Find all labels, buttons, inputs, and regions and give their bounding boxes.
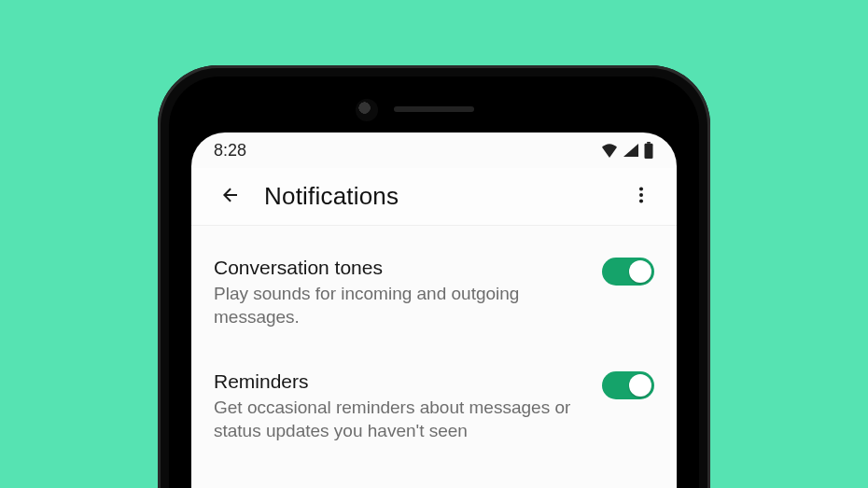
- settings-list: Conversation tones Play sounds for incom…: [191, 226, 677, 461]
- arrow-back-icon: [219, 184, 242, 210]
- setting-conversation-tones[interactable]: Conversation tones Play sounds for incom…: [191, 233, 677, 347]
- svg-rect-0: [647, 142, 651, 144]
- svg-point-4: [639, 199, 643, 202]
- status-time: 8:28: [214, 141, 246, 160]
- battery-icon: [643, 142, 654, 159]
- front-camera: [356, 99, 378, 121]
- app-bar: Notifications: [191, 168, 677, 226]
- more-vert-icon: [631, 185, 651, 209]
- svg-point-3: [639, 192, 643, 196]
- setting-title: Reminders: [214, 369, 587, 394]
- cellular-icon: [623, 143, 639, 158]
- setting-subtitle: Get occasional reminders about messages …: [214, 396, 587, 442]
- switch-thumb: [629, 260, 651, 283]
- setting-reminders[interactable]: Reminders Get occasional reminders about…: [191, 347, 677, 461]
- screen: 8:28: [191, 132, 677, 488]
- phone-frame: 8:28: [158, 65, 710, 488]
- phone-bezel: 8:28: [169, 77, 699, 488]
- setting-text: Reminders Get occasional reminders about…: [214, 369, 587, 442]
- setting-subtitle: Play sounds for incoming and outgoing me…: [214, 282, 587, 328]
- toggle-conversation-tones[interactable]: [602, 258, 654, 286]
- page-title: Notifications: [264, 182, 624, 211]
- setting-text: Conversation tones Play sounds for incom…: [214, 256, 587, 328]
- status-bar: 8:28: [191, 132, 677, 168]
- svg-point-2: [639, 187, 643, 190]
- earpiece: [394, 106, 474, 112]
- svg-rect-1: [645, 144, 653, 159]
- overflow-menu-button[interactable]: [624, 180, 658, 214]
- status-icons: [600, 142, 654, 159]
- back-button[interactable]: [214, 180, 247, 214]
- switch-thumb: [629, 374, 651, 397]
- setting-title: Conversation tones: [214, 256, 587, 280]
- toggle-reminders[interactable]: [602, 371, 654, 399]
- wifi-icon: [600, 143, 619, 158]
